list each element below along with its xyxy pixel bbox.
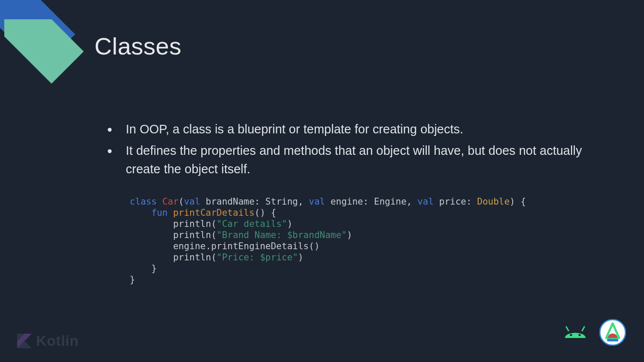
code-text: () {: [255, 208, 276, 218]
svg-marker-0: [0, 0, 75, 69]
svg-rect-10: [607, 339, 618, 341]
code-type: Double: [477, 196, 510, 207]
slide-title: Classes: [94, 32, 610, 60]
code-keyword: fun: [152, 208, 168, 218]
code-text: engine: Engine,: [325, 196, 417, 207]
code-text: [130, 241, 173, 251]
svg-line-6: [582, 327, 584, 331]
code-string: "Car details": [216, 219, 287, 229]
code-text: [130, 252, 173, 262]
kotlin-logo-text: Kotlin: [36, 332, 79, 349]
code-function: printCarDetails: [173, 208, 255, 218]
code-text: [130, 230, 173, 240]
code-text: [130, 219, 173, 229]
code-keyword: val: [309, 196, 325, 207]
code-text: brandName: String,: [200, 196, 309, 207]
code-string: "Price: $price": [216, 252, 298, 262]
android-icon: [563, 325, 587, 340]
code-block: class Car(val brandName: String, val eng…: [130, 196, 610, 285]
svg-point-7: [570, 334, 572, 336]
code-string: "Brand Name: $brandName": [216, 230, 346, 240]
code-text: (: [179, 196, 184, 207]
code-text: [130, 208, 152, 218]
code-text: println(: [173, 252, 216, 262]
code-text: [168, 208, 173, 218]
code-keyword: val: [417, 196, 434, 207]
svg-marker-1: [4, 19, 84, 84]
bullet-item: It defines the properties and methods th…: [118, 142, 610, 179]
svg-line-5: [566, 327, 568, 331]
code-text: ): [298, 252, 304, 262]
code-keyword: val: [184, 196, 200, 207]
code-text: ) {: [510, 196, 526, 207]
code-text: ): [347, 230, 352, 240]
code-text: println(: [173, 230, 216, 240]
code-keyword: class: [130, 196, 157, 207]
code-text: engine.printEngineDetails(): [173, 241, 319, 251]
code-text: }: [130, 275, 135, 285]
bullet-item: In OOP, a class is a blueprint or templa…: [118, 120, 610, 139]
code-text: price:: [434, 196, 477, 207]
droid-badge-icon: [599, 319, 626, 346]
kotlin-logo-icon: [17, 334, 32, 348]
bullet-list: In OOP, a class is a blueprint or templa…: [94, 120, 610, 179]
svg-point-8: [578, 334, 580, 336]
code-text: ): [287, 219, 293, 229]
code-classname: Car: [162, 196, 179, 207]
code-text: println(: [173, 219, 216, 229]
footer-right: [563, 319, 626, 346]
footer-left: Kotlin: [17, 332, 79, 349]
slide-content: Classes In OOP, a class is a blueprint o…: [94, 32, 610, 285]
code-text: }: [130, 263, 157, 274]
